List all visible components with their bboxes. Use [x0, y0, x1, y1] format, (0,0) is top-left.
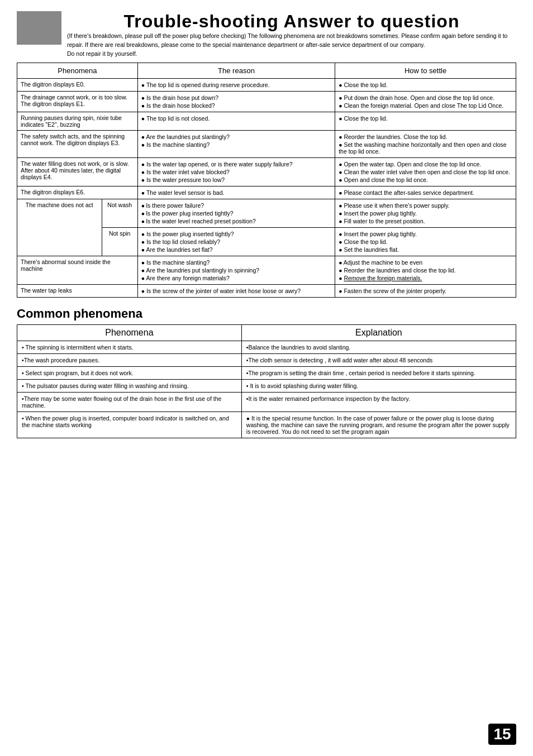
settle-cell: Close the top lid. [335, 112, 516, 131]
header-phenomena: Phenomena [17, 63, 138, 79]
common-explanation-cell: ● It is the special resume function. In … [241, 412, 516, 438]
phenomena-cell: The drainage cannot work, or is too slow… [17, 92, 138, 112]
common-row: • Select spin program, but it does not w… [17, 367, 516, 380]
sub-cell: Not spin [102, 228, 137, 256]
table-row: There's abnormal sound inside the machin… [17, 256, 516, 285]
reason-cell: Is the power plug inserted tightly?Is th… [137, 228, 335, 256]
page-title: Trouble-shooting Answer to question [67, 11, 516, 32]
common-table: Phenomena Explanation • The spinning is … [17, 324, 516, 438]
settle-cell: Fasten the screw of the jointer properly… [335, 285, 516, 298]
reason-cell: The top lid is not closed. [137, 112, 335, 131]
common-phenomena-cell: • The spinning is intermittent when it s… [17, 341, 242, 354]
common-phenomena-cell: •There may be some water flowing out of … [17, 393, 242, 412]
reason-cell: The top lid is opened during reserve pro… [137, 79, 335, 92]
common-explanation-cell: • It is to avoid splashing during water … [241, 380, 516, 393]
table-row: The water filling does not work, or is s… [17, 158, 516, 186]
phenomena-cell: The machine does not act [17, 199, 102, 256]
subtitle: (If there's breakdown, please pull off t… [67, 32, 516, 58]
settle-cell: Open the water tap. Open and close the t… [335, 158, 516, 186]
common-phenomena-title: Common phenomena [17, 307, 516, 321]
settle-cell: Close the top lid. [335, 79, 516, 92]
table-row: Running pauses during spin, nixie tube i… [17, 112, 516, 131]
phenomena-cell: The digitron displays E6. [17, 186, 138, 199]
common-row: • The spinning is intermittent when it s… [17, 341, 516, 354]
table-row: The machine does not act Not wash Is the… [17, 199, 516, 228]
common-explanation-cell: •It is the water remained performance in… [241, 393, 516, 412]
phenomena-cell: The water tap leaks [17, 285, 138, 298]
table-row: The digitron displays E6. The water leve… [17, 186, 516, 199]
phenomena-cell: The safety switch acts, and the spinning… [17, 131, 138, 158]
table-row: The drainage cannot work, or is too slow… [17, 92, 516, 112]
common-row: • When the power plug is inserted, compu… [17, 412, 516, 438]
common-explanation-cell: •The program is setting the drain time ,… [241, 367, 516, 380]
settle-cell: Reorder the laundries. Close the top lid… [335, 131, 516, 158]
page-number: 15 [488, 724, 516, 745]
settle-cell: Please contact the after-sales service d… [335, 186, 516, 199]
header-settle: How to settle [335, 63, 516, 79]
phenomena-cell: The digitron displays E0. [17, 79, 138, 92]
phenomena-cell: There's abnormal sound inside the machin… [17, 256, 138, 285]
page-header: Trouble-shooting Answer to question (If … [17, 11, 516, 58]
common-header-phenomena: Phenomena [17, 325, 242, 341]
table-row: The water tap leaks Is the screw of the … [17, 285, 516, 298]
common-phenomena-cell: •The wash procedure pauses. [17, 354, 242, 367]
reason-cell: Is the drain hose put down?Is the drain … [137, 92, 335, 112]
table-row: The safety switch acts, and the spinning… [17, 131, 516, 158]
common-explanation-cell: •Balance the laundries to avoid slanting… [241, 341, 516, 354]
phenomena-cell: The water filling does not work, or is s… [17, 158, 138, 186]
reason-cell: Is the water tap opened, or is there wat… [137, 158, 335, 186]
common-header-explanation: Explanation [241, 325, 516, 341]
common-explanation-cell: •The cloth sensor is detecting , it will… [241, 354, 516, 367]
sub-cell: Not wash [102, 199, 137, 228]
settle-cell: Please use it when there's power supply.… [335, 199, 516, 228]
reason-cell: Is the machine slanting?Are the laundrie… [137, 256, 335, 285]
settle-cell: Put down the drain hose. Open and close … [335, 92, 516, 112]
table-row: The digitron displays E0. The top lid is… [17, 79, 516, 92]
common-row: •There may be some water flowing out of … [17, 393, 516, 412]
reason-cell: Is the screw of the jointer of water inl… [137, 285, 335, 298]
phenomena-cell: Running pauses during spin, nixie tube i… [17, 112, 138, 131]
reason-cell: Are the laundries put slantingly?Is the … [137, 131, 335, 158]
common-phenomena-cell: • The pulsator pauses during water filli… [17, 380, 242, 393]
common-phenomena-cell: • Select spin program, but it does not w… [17, 367, 242, 380]
reason-cell: The water level sensor is bad. [137, 186, 335, 199]
settle-cell: Insert the power plug tightly.Close the … [335, 228, 516, 256]
common-row: • The pulsator pauses during water filli… [17, 380, 516, 393]
troubleshooting-table: Phenomena The reason How to settle The d… [17, 63, 516, 298]
reason-cell: Is there power failure?Is the power plug… [137, 199, 335, 228]
title-section: Trouble-shooting Answer to question (If … [67, 11, 516, 58]
settle-cell: Adjust the machine to be evenReorder the… [335, 256, 516, 285]
common-row: •The wash procedure pauses. •The cloth s… [17, 354, 516, 367]
header-reason: The reason [137, 63, 335, 79]
common-phenomena-cell: • When the power plug is inserted, compu… [17, 412, 242, 438]
corner-decoration [17, 11, 61, 45]
